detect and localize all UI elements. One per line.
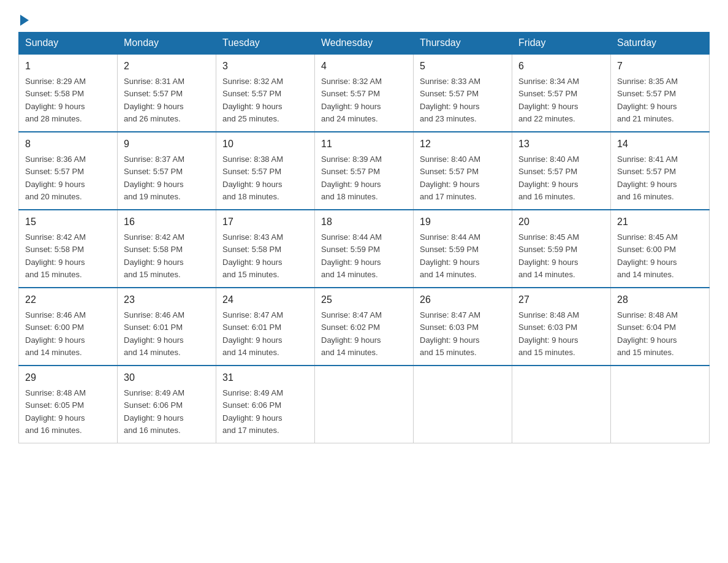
day-info: Sunrise: 8:40 AMSunset: 5:57 PMDaylight:… — [420, 155, 480, 201]
calendar-cell: 24 Sunrise: 8:47 AMSunset: 6:01 PMDaylig… — [216, 288, 315, 366]
calendar-cell: 16 Sunrise: 8:42 AMSunset: 5:58 PMDaylig… — [118, 210, 216, 288]
calendar-cell: 13 Sunrise: 8:40 AMSunset: 5:57 PMDaylig… — [512, 132, 611, 210]
calendar-cell: 20 Sunrise: 8:45 AMSunset: 5:59 PMDaylig… — [512, 210, 611, 288]
calendar-cell: 14 Sunrise: 8:41 AMSunset: 5:57 PMDaylig… — [611, 132, 710, 210]
calendar-cell: 3 Sunrise: 8:32 AMSunset: 5:57 PMDayligh… — [216, 54, 315, 132]
day-info: Sunrise: 8:36 AMSunset: 5:57 PMDaylight:… — [25, 155, 86, 201]
calendar-cell — [512, 366, 611, 443]
weekday-header-thursday: Thursday — [414, 33, 512, 55]
day-number: 9 — [124, 137, 210, 151]
calendar-cell: 10 Sunrise: 8:38 AMSunset: 5:57 PMDaylig… — [216, 132, 315, 210]
day-info: Sunrise: 8:44 AMSunset: 5:59 PMDaylight:… — [420, 232, 480, 279]
day-info: Sunrise: 8:43 AMSunset: 5:58 PMDaylight:… — [222, 232, 283, 279]
page-header — [18, 12, 710, 23]
day-number: 23 — [124, 293, 210, 307]
day-info: Sunrise: 8:40 AMSunset: 5:57 PMDaylight:… — [518, 155, 579, 201]
day-number: 16 — [124, 215, 210, 229]
logo-arrow-icon — [20, 15, 29, 26]
day-number: 5 — [420, 59, 506, 74]
day-number: 10 — [222, 137, 308, 151]
day-number: 20 — [518, 215, 604, 229]
calendar-week-5: 29 Sunrise: 8:48 AMSunset: 6:05 PMDaylig… — [19, 366, 710, 443]
day-number: 28 — [617, 293, 703, 307]
calendar-cell: 7 Sunrise: 8:35 AMSunset: 5:57 PMDayligh… — [611, 54, 710, 132]
day-number: 18 — [321, 215, 407, 229]
day-number: 11 — [321, 137, 407, 151]
day-info: Sunrise: 8:47 AMSunset: 6:01 PMDaylight:… — [222, 310, 283, 357]
weekday-header-sunday: Sunday — [19, 33, 118, 55]
day-number: 15 — [25, 215, 111, 229]
calendar-week-3: 15 Sunrise: 8:42 AMSunset: 5:58 PMDaylig… — [19, 210, 710, 288]
day-number: 4 — [321, 59, 407, 74]
day-info: Sunrise: 8:45 AMSunset: 5:59 PMDaylight:… — [518, 232, 579, 279]
calendar-week-2: 8 Sunrise: 8:36 AMSunset: 5:57 PMDayligh… — [19, 132, 710, 210]
calendar-cell: 21 Sunrise: 8:45 AMSunset: 6:00 PMDaylig… — [611, 210, 710, 288]
calendar-cell: 9 Sunrise: 8:37 AMSunset: 5:57 PMDayligh… — [118, 132, 216, 210]
day-info: Sunrise: 8:29 AMSunset: 5:58 PMDaylight:… — [25, 77, 86, 123]
day-number: 26 — [420, 293, 506, 307]
day-number: 14 — [617, 137, 703, 151]
day-info: Sunrise: 8:39 AMSunset: 5:57 PMDaylight:… — [321, 155, 382, 201]
calendar-cell: 2 Sunrise: 8:31 AMSunset: 5:57 PMDayligh… — [118, 54, 216, 132]
calendar-cell: 15 Sunrise: 8:42 AMSunset: 5:58 PMDaylig… — [19, 210, 118, 288]
day-info: Sunrise: 8:47 AMSunset: 6:02 PMDaylight:… — [321, 310, 382, 357]
calendar-cell: 23 Sunrise: 8:46 AMSunset: 6:01 PMDaylig… — [118, 288, 216, 366]
day-info: Sunrise: 8:49 AMSunset: 6:06 PMDaylight:… — [124, 388, 184, 435]
day-number: 29 — [25, 370, 111, 385]
calendar-cell: 1 Sunrise: 8:29 AMSunset: 5:58 PMDayligh… — [19, 54, 118, 132]
calendar-cell: 5 Sunrise: 8:33 AMSunset: 5:57 PMDayligh… — [414, 54, 512, 132]
day-number: 8 — [25, 137, 111, 151]
logo — [18, 12, 29, 23]
day-number: 31 — [222, 370, 308, 385]
calendar-cell: 22 Sunrise: 8:46 AMSunset: 6:00 PMDaylig… — [19, 288, 118, 366]
day-number: 22 — [25, 293, 111, 307]
calendar-cell: 6 Sunrise: 8:34 AMSunset: 5:57 PMDayligh… — [512, 54, 611, 132]
day-number: 1 — [25, 59, 111, 74]
weekday-header-saturday: Saturday — [611, 33, 710, 55]
calendar-cell — [414, 366, 512, 443]
day-number: 24 — [222, 293, 308, 307]
calendar-cell: 29 Sunrise: 8:48 AMSunset: 6:05 PMDaylig… — [19, 366, 118, 443]
calendar-cell: 30 Sunrise: 8:49 AMSunset: 6:06 PMDaylig… — [118, 366, 216, 443]
calendar-cell: 28 Sunrise: 8:48 AMSunset: 6:04 PMDaylig… — [611, 288, 710, 366]
calendar-cell: 8 Sunrise: 8:36 AMSunset: 5:57 PMDayligh… — [19, 132, 118, 210]
day-info: Sunrise: 8:46 AMSunset: 6:00 PMDaylight:… — [25, 310, 86, 357]
day-number: 2 — [124, 59, 210, 74]
calendar-cell: 11 Sunrise: 8:39 AMSunset: 5:57 PMDaylig… — [315, 132, 414, 210]
weekday-header-monday: Monday — [118, 33, 216, 55]
day-info: Sunrise: 8:31 AMSunset: 5:57 PMDaylight:… — [124, 77, 184, 123]
day-info: Sunrise: 8:49 AMSunset: 6:06 PMDaylight:… — [222, 388, 283, 435]
weekday-header-wednesday: Wednesday — [315, 33, 414, 55]
day-number: 13 — [518, 137, 604, 151]
day-info: Sunrise: 8:34 AMSunset: 5:57 PMDaylight:… — [518, 77, 579, 123]
calendar-cell: 12 Sunrise: 8:40 AMSunset: 5:57 PMDaylig… — [414, 132, 512, 210]
day-number: 12 — [420, 137, 506, 151]
day-number: 19 — [420, 215, 506, 229]
day-info: Sunrise: 8:48 AMSunset: 6:03 PMDaylight:… — [518, 310, 579, 357]
day-number: 30 — [124, 370, 210, 385]
day-info: Sunrise: 8:37 AMSunset: 5:57 PMDaylight:… — [124, 155, 184, 201]
calendar-cell: 26 Sunrise: 8:47 AMSunset: 6:03 PMDaylig… — [414, 288, 512, 366]
day-number: 3 — [222, 59, 308, 74]
calendar-cell: 4 Sunrise: 8:32 AMSunset: 5:57 PMDayligh… — [315, 54, 414, 132]
day-info: Sunrise: 8:45 AMSunset: 6:00 PMDaylight:… — [617, 232, 678, 279]
day-info: Sunrise: 8:42 AMSunset: 5:58 PMDaylight:… — [25, 232, 86, 279]
calendar-week-4: 22 Sunrise: 8:46 AMSunset: 6:00 PMDaylig… — [19, 288, 710, 366]
day-info: Sunrise: 8:46 AMSunset: 6:01 PMDaylight:… — [124, 310, 184, 357]
day-info: Sunrise: 8:33 AMSunset: 5:57 PMDaylight:… — [420, 77, 480, 123]
day-number: 25 — [321, 293, 407, 307]
calendar-cell — [315, 366, 414, 443]
day-info: Sunrise: 8:41 AMSunset: 5:57 PMDaylight:… — [617, 155, 678, 201]
calendar-cell: 17 Sunrise: 8:43 AMSunset: 5:58 PMDaylig… — [216, 210, 315, 288]
calendar-header-row: SundayMondayTuesdayWednesdayThursdayFrid… — [19, 33, 710, 55]
day-info: Sunrise: 8:38 AMSunset: 5:57 PMDaylight:… — [222, 155, 283, 201]
calendar-cell: 27 Sunrise: 8:48 AMSunset: 6:03 PMDaylig… — [512, 288, 611, 366]
calendar-cell: 18 Sunrise: 8:44 AMSunset: 5:59 PMDaylig… — [315, 210, 414, 288]
day-info: Sunrise: 8:47 AMSunset: 6:03 PMDaylight:… — [420, 310, 480, 357]
weekday-header-friday: Friday — [512, 33, 611, 55]
day-number: 17 — [222, 215, 308, 229]
day-info: Sunrise: 8:48 AMSunset: 6:05 PMDaylight:… — [25, 388, 86, 435]
calendar-cell: 19 Sunrise: 8:44 AMSunset: 5:59 PMDaylig… — [414, 210, 512, 288]
day-info: Sunrise: 8:42 AMSunset: 5:58 PMDaylight:… — [124, 232, 184, 279]
calendar-cell: 31 Sunrise: 8:49 AMSunset: 6:06 PMDaylig… — [216, 366, 315, 443]
